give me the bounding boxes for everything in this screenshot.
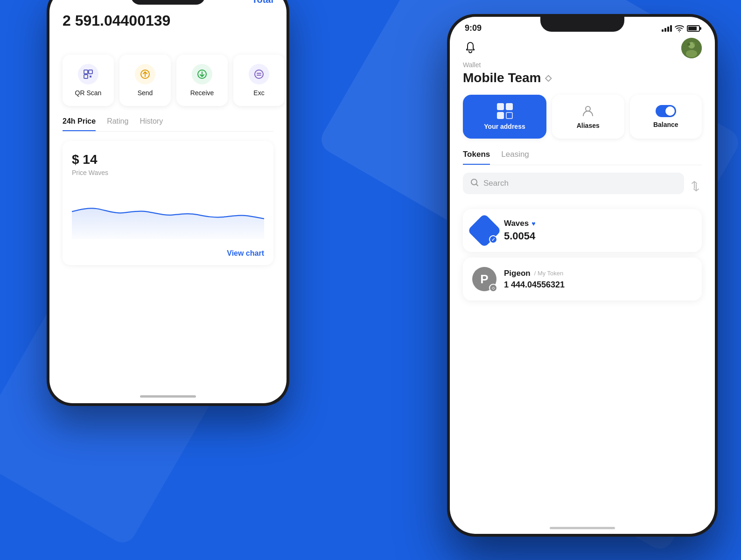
chevron-down-icon[interactable]: ◇ <box>545 73 552 83</box>
back-phone-screen: 2 591.04400139 Total QR Scan <box>49 0 287 403</box>
send-label: Send <box>138 89 153 97</box>
battery-fill <box>688 27 697 30</box>
front-home-indicator <box>550 527 615 529</box>
balance-label: Balance <box>653 121 678 128</box>
back-total-label: Total <box>252 0 273 5</box>
your-address-card[interactable]: Your address <box>463 95 546 139</box>
exchange-label: Exc <box>253 89 264 97</box>
pigeon-token-icon-wrap: P ◇ <box>472 267 496 291</box>
front-notch <box>540 17 624 32</box>
price-chart-card: $ 14 Price Waves View chart <box>63 141 273 265</box>
search-icon <box>470 178 479 189</box>
back-notch <box>131 0 205 5</box>
svg-point-10 <box>686 50 697 57</box>
signal-bar-1 <box>662 29 664 32</box>
svg-rect-2 <box>84 75 88 78</box>
balance-card[interactable]: Balance <box>630 95 702 139</box>
signal-bar-3 <box>667 27 669 32</box>
front-phone-screen: 9:09 <box>450 17 715 534</box>
back-home-indicator <box>140 395 196 398</box>
pigeon-token-amount: 1 444.04556321 <box>504 280 565 289</box>
svg-point-11 <box>687 43 690 46</box>
waves-check-badge: ✓ <box>489 235 497 244</box>
aliases-label: Aliases <box>577 122 600 129</box>
price-chart-svg <box>72 186 264 242</box>
search-bar[interactable]: Search <box>463 173 684 194</box>
avatar[interactable] <box>681 38 702 58</box>
back-phone: 2 591.04400139 Total QR Scan <box>47 0 289 406</box>
sort-button[interactable] <box>689 176 702 198</box>
back-action-buttons: QR Scan Send <box>63 55 273 106</box>
tab-24h-price[interactable]: 24h Price <box>63 117 96 131</box>
back-balance: 2 591.04400139 <box>63 12 170 29</box>
back-receive-button[interactable]: Receive <box>176 55 228 106</box>
back-qr-button[interactable]: QR Scan <box>63 55 114 106</box>
qr-scan-label: QR Scan <box>75 89 102 97</box>
back-tabs: 24h Price Rating History <box>63 117 273 132</box>
tab-tokens[interactable]: Tokens <box>463 150 490 165</box>
status-icons <box>662 25 700 32</box>
front-phone: 9:09 <box>447 14 718 537</box>
tab-leasing[interactable]: Leasing <box>501 150 529 165</box>
waves-heart-icon: ♥ <box>531 220 535 227</box>
price-subtitle: Price Waves <box>72 169 264 176</box>
receive-label: Receive <box>190 89 214 97</box>
exchange-icon <box>249 64 269 84</box>
wallet-name: Mobile Team ◇ <box>463 70 702 85</box>
price-value: $ 14 <box>72 152 264 167</box>
pigeon-token-icon: P ◇ <box>472 267 496 291</box>
qr-address-icon <box>497 103 513 119</box>
aliases-card[interactable]: Aliases <box>552 95 624 139</box>
waves-name-row: Waves ♥ <box>504 219 692 228</box>
balance-toggle[interactable] <box>656 105 676 117</box>
search-placeholder: Search <box>483 179 677 188</box>
svg-point-6 <box>255 70 263 78</box>
tab-history[interactable]: History <box>140 117 163 131</box>
pigeon-token-name: Pigeon <box>504 269 531 278</box>
back-exchange-button[interactable]: Exc <box>233 55 285 106</box>
svg-point-13 <box>586 106 590 111</box>
notification-bell-icon[interactable] <box>463 41 478 56</box>
signal-bars-icon <box>662 25 672 32</box>
action-cards: Your address Aliases Balance <box>463 95 702 139</box>
aliases-icon <box>581 104 595 118</box>
svg-rect-3 <box>90 76 91 77</box>
main-tabs: Tokens Leasing <box>463 150 702 165</box>
front-content: Wallet Mobile Team ◇ Your address <box>450 33 715 315</box>
svg-point-12 <box>693 42 695 44</box>
send-icon <box>135 64 155 84</box>
pigeon-token-sub: / My Token <box>534 270 564 277</box>
tab-rating[interactable]: Rating <box>107 117 128 131</box>
front-header <box>463 38 702 58</box>
view-chart-link[interactable]: View chart <box>72 249 264 258</box>
your-address-label: Your address <box>484 123 525 130</box>
wifi-icon <box>675 25 684 32</box>
pigeon-token-info: Pigeon / My Token 1 444.04556321 <box>504 269 692 290</box>
waves-token-name: Waves <box>504 219 529 228</box>
waves-token-icon: ✓ <box>472 218 496 243</box>
qr-scan-icon <box>78 64 98 84</box>
waves-token-card[interactable]: ✓ Waves ♥ 5.0054 <box>463 209 702 252</box>
receive-icon <box>192 64 212 84</box>
waves-diamond <box>467 213 502 248</box>
battery-tip <box>700 27 701 30</box>
svg-point-7 <box>679 31 680 32</box>
pigeon-badge: ◇ <box>489 284 497 292</box>
toggle-thumb <box>665 106 675 116</box>
battery-icon <box>687 25 700 32</box>
pigeon-name-row: Pigeon / My Token <box>504 269 692 278</box>
back-send-button[interactable]: Send <box>119 55 171 106</box>
svg-rect-1 <box>89 70 92 74</box>
status-time: 9:09 <box>465 23 482 33</box>
signal-bar-4 <box>670 25 672 32</box>
waves-token-amount: 5.0054 <box>504 230 535 242</box>
signal-bar-2 <box>664 28 666 32</box>
svg-rect-0 <box>84 70 88 74</box>
pigeon-token-card[interactable]: P ◇ Pigeon / My Token 1 444.04556321 <box>463 258 702 301</box>
svg-point-14 <box>471 179 477 185</box>
search-row: Search <box>463 173 702 202</box>
waves-token-info: Waves ♥ 5.0054 <box>504 219 692 242</box>
sort-icon <box>691 181 700 191</box>
wallet-label: Wallet <box>463 61 702 69</box>
